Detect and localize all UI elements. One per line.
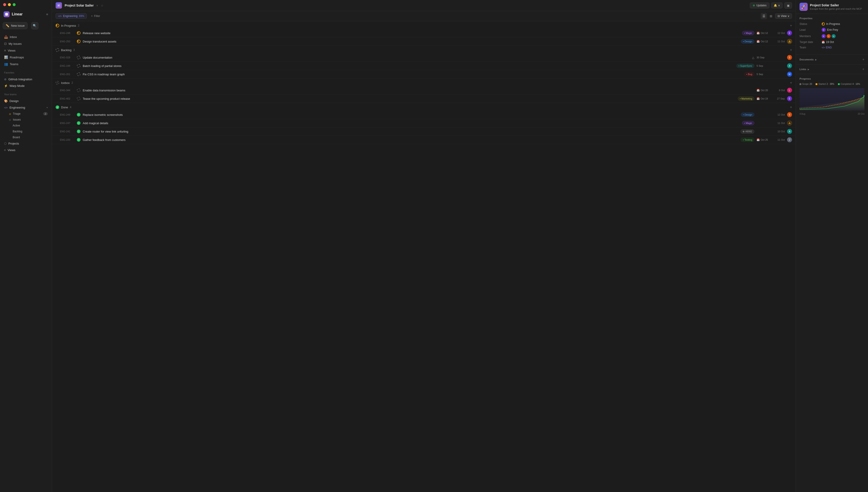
tag-design: • Design — [741, 39, 754, 44]
your-teams-label: Your teams — [0, 90, 52, 97]
issue-id: ENG-402 — [60, 97, 75, 100]
icebox-status-icon: ❄ — [56, 81, 59, 84]
issue-row-eng-344[interactable]: ⠿ ENG-344 Enable data transmission beams… — [52, 86, 796, 95]
links-add-icon[interactable]: + — [862, 67, 864, 71]
sidebar-item-warp[interactable]: ⚡ Warp Mode — [2, 83, 50, 89]
issue-row-eng-201[interactable]: ⠿ ENG-201 Fix CSS in roadmap team graph … — [52, 70, 796, 78]
filter-plus-icon: + — [91, 15, 93, 18]
triage-badge: 2 — [43, 112, 48, 115]
done-add-icon[interactable]: + — [790, 105, 792, 109]
sidebar-item-my-issues[interactable]: ⊡ My issues — [2, 41, 50, 47]
issue-status-icon — [77, 72, 80, 76]
group-icebox[interactable]: ❄ Icebox 2 + — [52, 78, 796, 86]
toolbar: </> Engineering 89% + Filter ☰ ⊞ ⊟ View … — [52, 11, 796, 21]
issue-row-eng-249[interactable]: ⠿ ENG-249 ✓ Replace isometric screenshot… — [52, 110, 796, 119]
views-icon: ≡ — [4, 49, 6, 52]
issue-row-eng-028[interactable]: ⠿ ENG-028 Update documentation △ 30 Sep … — [52, 53, 796, 62]
view-label: View — [781, 15, 787, 18]
star-icon[interactable]: ☆ — [101, 4, 104, 7]
sidebar-item-engineering[interactable]: </> Engineering ▾ — [2, 104, 50, 110]
maximize-button[interactable] — [12, 3, 16, 6]
sidebar-item-issues[interactable]: ◎ Issues — [2, 117, 50, 122]
projects-label: Projects — [8, 142, 19, 145]
date-value: Oct 25 — [761, 139, 768, 141]
issue-tags: • Design — [741, 39, 754, 44]
issue-status-icon: ✓ — [77, 130, 80, 133]
app-title: Linear — [12, 12, 23, 16]
sidebar-item-teams[interactable]: 👥 Teams — [2, 61, 50, 67]
panel-toggle-button[interactable]: ▣ — [784, 2, 792, 8]
sidebar-item-board[interactable]: Board — [2, 134, 50, 140]
member-avatar-3: A — [832, 34, 836, 38]
issue-row-eng-247[interactable]: ⠿ ENG-247 ✓ Add magical details • Magic … — [52, 119, 796, 127]
sidebar-item-views[interactable]: ≡ Views — [2, 47, 50, 54]
issue-row-eng-199[interactable]: ⠿ ENG-199 Batch loading of partial store… — [52, 62, 796, 70]
svg-rect-3 — [58, 6, 59, 6]
group-in-progress[interactable]: In Progress 2 + — [52, 21, 796, 29]
avatar: A — [787, 63, 792, 68]
sidebar-item-projects[interactable]: ⬡ Projects — [2, 141, 50, 147]
new-issue-icon: ✏️ — [6, 24, 9, 27]
issue-status-icon — [77, 40, 80, 43]
team-text: ENG — [826, 46, 832, 49]
issue-tags: • Design — [741, 113, 754, 117]
sidebar-item-roadmaps[interactable]: 📊 Roadmaps — [2, 54, 50, 60]
view-options-button[interactable]: ⊟ View ∨ — [775, 13, 792, 19]
sidebar-item-design[interactable]: 🎨 Design — [2, 98, 50, 104]
issue-row-eng-402[interactable]: ⠿ ENG-402 Tease the upcoming product rel… — [52, 95, 796, 103]
issue-row-eng-250[interactable]: ⠿ ENG-250 Design translucent assets • De… — [52, 37, 796, 46]
sidebar-item-github[interactable]: ⊕ GitHub Integration — [2, 76, 50, 82]
favorites-nav: ⊕ GitHub Integration ⚡ Warp Mode — [0, 75, 52, 90]
project-info: Project Solar Sailer Escape from the gam… — [810, 3, 862, 10]
sidebar-item-triage[interactable]: ◎ Triage 2 — [2, 111, 50, 117]
backlog-add-icon[interactable]: + — [790, 48, 792, 52]
issue-date: 5 Sep — [757, 65, 772, 67]
icebox-add-icon[interactable]: + — [790, 81, 792, 85]
issue-row-eng-241[interactable]: ⠿ ENG-241 ✓ Create router for view link … — [52, 127, 796, 136]
group-done[interactable]: ✓ Done 4 + — [52, 103, 796, 110]
engineering-filter-tag[interactable]: </> Engineering 89% — [56, 13, 87, 19]
group-backlog[interactable]: Backlog 3 + — [52, 46, 796, 53]
lead-prop: Lead E Erin Frey — [799, 28, 864, 32]
teams-icon: 👥 — [4, 62, 8, 66]
sidebar-item-label: Teams — [10, 63, 18, 66]
in-progress-status-icon — [56, 24, 59, 27]
tag-marketing: • Marketing — [738, 97, 754, 101]
properties-section: Properties Status In Progress Lead E Eri… — [796, 14, 868, 55]
minimize-button[interactable] — [8, 3, 11, 6]
sidebar-item-active[interactable]: Active — [2, 123, 50, 128]
date-right: 12 Oct — [774, 32, 785, 34]
grid-view-button[interactable]: ⊞ — [768, 13, 774, 19]
sidebar-item-views-team[interactable]: ≡ Views — [2, 147, 50, 153]
issue-tags: • Marketing — [738, 97, 754, 101]
issue-row-eng-248[interactable]: ⠿ ENG-248 Release new website • Magic 📅 … — [52, 29, 796, 37]
in-progress-add-icon[interactable]: + — [790, 24, 792, 28]
filter-button[interactable]: + Filter — [88, 13, 103, 19]
issue-title: Enable data transmission beams — [83, 89, 752, 92]
updates-button[interactable]: ⊕ Updates — [750, 2, 769, 8]
issue-title: Create router for view link unfurling — [83, 130, 738, 133]
search-button[interactable]: 🔍 — [31, 22, 38, 29]
new-issue-button[interactable]: ✏️ New issue — [3, 22, 28, 29]
sidebar-item-backlog[interactable]: Backlog — [2, 129, 50, 134]
sidebar-nav: 📥 Inbox ⊡ My issues ≡ Views 📊 Roadmaps 👥… — [0, 33, 52, 68]
notification-button[interactable]: 🔔 ∨ — [771, 2, 783, 8]
close-button[interactable] — [3, 3, 6, 6]
avatar — [787, 121, 792, 126]
issue-title: Replace isometric screenshots — [83, 113, 739, 117]
status-text: In Progress — [826, 22, 840, 26]
view-options-icon: ⊟ — [778, 15, 780, 18]
views-team-icon: ≡ — [4, 148, 6, 152]
links-title: Links — [799, 68, 806, 71]
status-label: Status — [799, 22, 820, 26]
list-view-button[interactable]: ☰ — [761, 13, 767, 19]
priority-icon: △ — [752, 56, 754, 59]
scope-dot — [799, 83, 801, 85]
sidebar-item-inbox[interactable]: 📥 Inbox — [2, 34, 50, 40]
panel-icon: ▣ — [787, 4, 790, 7]
status-value: In Progress — [822, 22, 840, 26]
issue-row-eng-220[interactable]: ⠿ ENG-220 ✓ Gather feedback from custome… — [52, 136, 796, 144]
avatar: E — [787, 30, 792, 35]
legend-started: Started 2 · 38% — [816, 83, 834, 85]
documents-add-icon[interactable]: + — [862, 57, 864, 62]
